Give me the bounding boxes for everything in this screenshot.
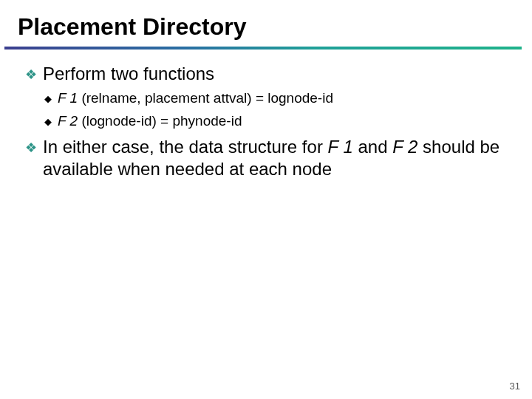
bullet-level2: ◆ F 2 (lognode-id) = phynode-id [44,112,502,131]
subbullet-rest: (relname, placement attval) = lognode-id [78,90,333,106]
title-underline [4,47,522,50]
slide-title: Placement Directory [0,0,532,45]
bullet-level1: ❖ Perform two functions [25,63,502,85]
diamond-solid-icon: ◆ [44,93,52,106]
bullet-text: In either case, the data structure for F… [43,136,502,180]
subbullet-text: F 2 (lognode-id) = phynode-id [58,112,242,131]
subbullet-text: F 1 (relname, placement attval) = lognod… [58,89,333,108]
function-var: F 2 [392,137,417,157]
bullet-level1: ❖ In either case, the data structure for… [25,136,502,180]
function-var: F 2 [58,113,78,129]
diamond-solid-icon: ◆ [44,116,52,129]
diamond-bullet-icon: ❖ [25,140,37,157]
function-var: F 1 [328,137,353,157]
diamond-bullet-icon: ❖ [25,66,37,83]
bullet-text-part: and [353,137,392,157]
function-var: F 1 [58,90,78,106]
bullet-text-part: In either case, the data structure for [43,137,328,157]
subbullet-rest: (lognode-id) = phynode-id [78,113,242,129]
page-number: 31 [510,381,520,392]
slide-body: ❖ Perform two functions ◆ F 1 (relname, … [0,63,532,180]
bullet-text: Perform two functions [43,63,214,85]
slide: { "title": "Placement Directory", "bulle… [0,0,532,399]
bullet-level2: ◆ F 1 (relname, placement attval) = logn… [44,89,502,108]
